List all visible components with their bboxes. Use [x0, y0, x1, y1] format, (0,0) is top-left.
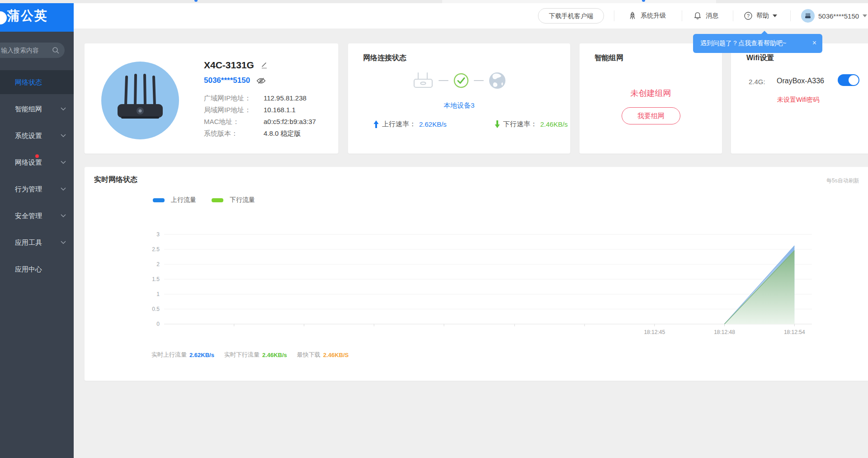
legend-swatch-upload [153, 198, 165, 202]
stat-upload-value: 2.62KB/s [189, 352, 214, 358]
messages-button[interactable]: 消息 [693, 3, 718, 29]
device-info-card: X4C-3131G 5036****5150 广域网IP地址：112.95.81… [84, 43, 339, 154]
sidebar-item-security-management[interactable]: 安全管理 [0, 204, 74, 228]
sidebar-item-app-center[interactable]: 应用中心 [0, 257, 74, 281]
upload-speed: 上行速率： 2.62KB/s [373, 120, 447, 129]
chevron-down-icon [61, 187, 66, 191]
realtime-chart: 00.511.522.5318:12:4518:12:4818:12:54 [121, 229, 826, 342]
search-icon[interactable] [52, 47, 59, 54]
card-title: 智能组网 [594, 53, 623, 63]
link-dash [474, 80, 484, 81]
chevron-down-icon [61, 241, 66, 244]
sidebar-item-behavior-management[interactable]: 行为管理 [0, 177, 74, 201]
wifi-settings-card: Wifi设置 2.4G: OrayBox-A336 未设置Wifi密码 [731, 43, 868, 154]
sidebar-item-app-tools[interactable]: 应用工具 [0, 230, 74, 254]
wifi-toggle[interactable] [838, 74, 859, 86]
chart-legend: 上行流量 下行流量 [153, 196, 264, 204]
arrow-down-icon [495, 120, 500, 128]
avatar [801, 9, 815, 23]
tooltip-close-icon[interactable]: × [812, 38, 816, 48]
chevron-down-icon [61, 134, 66, 137]
search-input[interactable] [1, 47, 52, 54]
app-root: 蒲公英 网络状态 智能组网 系统设置 网络设置 [0, 0, 868, 458]
browser-strip [0, 0, 868, 3]
svg-text:18:12:45: 18:12:45 [644, 329, 665, 335]
globe-icon [488, 72, 506, 90]
wifi-band-label: 2.4G: [749, 78, 765, 86]
wifi-ssid: OrayBox-A336 [777, 77, 824, 85]
help-menu[interactable]: ? 帮助 [744, 3, 777, 29]
device-detail-row: MAC地址：a0:c5:f2:b9:a3:37 [204, 116, 316, 128]
mesh-status-text: 未创建组网 [580, 88, 722, 99]
create-network-button[interactable]: 我要组网 [622, 107, 680, 124]
sidebar-nav: 网络状态 智能组网 系统设置 网络设置 行为管理 安全管理 [0, 70, 74, 284]
browser-tab-segment [442, 0, 716, 3]
legend-label-download: 下行流量 [230, 196, 255, 204]
arrow-up-icon [373, 120, 379, 128]
notification-dot [35, 154, 39, 158]
svg-text:1: 1 [156, 291, 160, 297]
eye-off-icon[interactable] [256, 77, 266, 84]
tooltip-arrow [761, 31, 768, 34]
router-photo [101, 62, 179, 139]
sidebar-item-smart-networking[interactable]: 智能组网 [0, 97, 74, 121]
bell-icon [693, 11, 702, 20]
connection-status-card: 网络连接状态 本地设备3 上行速率： 2.62KB/s 下行速率： 2.46KB… [348, 43, 571, 154]
question-circle-icon: ? [744, 11, 753, 20]
favicon-dot-icon [194, 0, 198, 2]
download-app-button[interactable]: 下载手机客户端 [538, 8, 604, 24]
svg-text:3: 3 [156, 231, 160, 238]
edit-icon[interactable] [260, 62, 268, 69]
device-sn-row: 5036****5150 [204, 76, 266, 85]
help-tooltip: 遇到问题了？点我查看帮助吧~ × [693, 34, 822, 53]
connection-diagram [348, 72, 570, 90]
device-sn: 5036****5150 [204, 76, 250, 85]
sidebar-item-network-settings[interactable]: 网络设置 [0, 150, 74, 174]
system-upgrade-button[interactable]: 系统升级 [628, 3, 666, 29]
sidebar-item-network-status[interactable]: 网络状态 [0, 70, 74, 94]
sidebar-item-system-settings[interactable]: 系统设置 [0, 124, 74, 148]
stat-download-value: 2.46KB/s [262, 352, 287, 358]
card-title: Wifi设置 [746, 53, 774, 63]
svg-text:18:12:48: 18:12:48 [714, 329, 735, 335]
sidebar: 蒲公英 网络状态 智能组网 系统设置 网络设置 [0, 0, 74, 458]
brand-logo-icon [0, 11, 7, 24]
chevron-down-icon [61, 107, 66, 110]
router-icon [412, 72, 434, 90]
device-model-row: X4C-3131G [204, 60, 268, 71]
device-model: X4C-3131G [204, 60, 254, 71]
svg-text:2.5: 2.5 [152, 246, 160, 253]
device-detail-list: 广域网IP地址：112.95.81.238 局域网IP地址：10.168.1.1… [204, 92, 316, 139]
svg-text:0.5: 0.5 [152, 306, 160, 312]
header-divider [790, 10, 791, 21]
account-id: 5036****5150 [818, 12, 859, 20]
auto-refresh-note: 每5s自动刷新 [826, 177, 859, 185]
brand-name: 蒲公英 [7, 0, 48, 32]
card-title: 实时网络状态 [94, 175, 137, 185]
device-detail-row: 系统版本：4.8.0 稳定版 [204, 128, 316, 139]
local-devices-link[interactable]: 本地设备3 [348, 101, 570, 110]
chevron-down-icon [61, 161, 66, 164]
svg-text:2: 2 [156, 261, 160, 267]
top-header: 下载手机客户端 系统升级 消息 ? 帮助 50 [74, 3, 868, 29]
svg-text:1.5: 1.5 [152, 276, 160, 282]
device-detail-row: 广域网IP地址：112.95.81.238 [204, 92, 316, 104]
sidebar-search [0, 43, 65, 58]
legend-swatch-download [212, 198, 223, 202]
upload-speed-value: 2.62KB/s [419, 120, 447, 128]
realtime-network-card: 实时网络状态 每5s自动刷新 上行流量 下行流量 00.511.522.5318… [84, 167, 868, 381]
brand-logo: 蒲公英 [0, 0, 74, 32]
device-detail-row: 局域网IP地址：10.168.1.1 [204, 104, 316, 116]
toggle-knob [849, 75, 859, 85]
header-divider [614, 10, 614, 21]
wifi-password-warning[interactable]: 未设置Wifi密码 [777, 96, 819, 104]
header-divider [733, 10, 733, 21]
rocket-icon [628, 11, 637, 20]
svg-text:18:12:54: 18:12:54 [784, 329, 805, 335]
link-dash [439, 80, 448, 81]
account-menu[interactable]: 5036****5150 [801, 3, 867, 29]
download-speed-value: 2.46KB/s [540, 120, 568, 128]
chart-stats: 实时上行流量 2.62KB/s 实时下行流量 2.46KB/s 最快下载 2.4… [151, 351, 359, 359]
legend-label-upload: 上行流量 [171, 196, 196, 204]
stat-peak-value: 2.46KB/S [323, 352, 349, 358]
